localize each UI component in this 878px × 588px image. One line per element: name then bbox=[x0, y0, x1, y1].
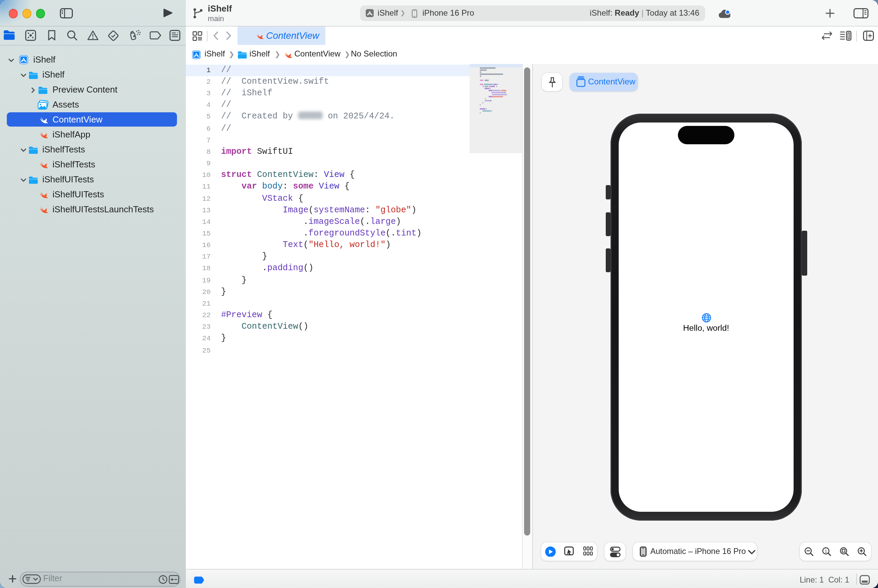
svg-text:1: 1 bbox=[825, 549, 827, 554]
